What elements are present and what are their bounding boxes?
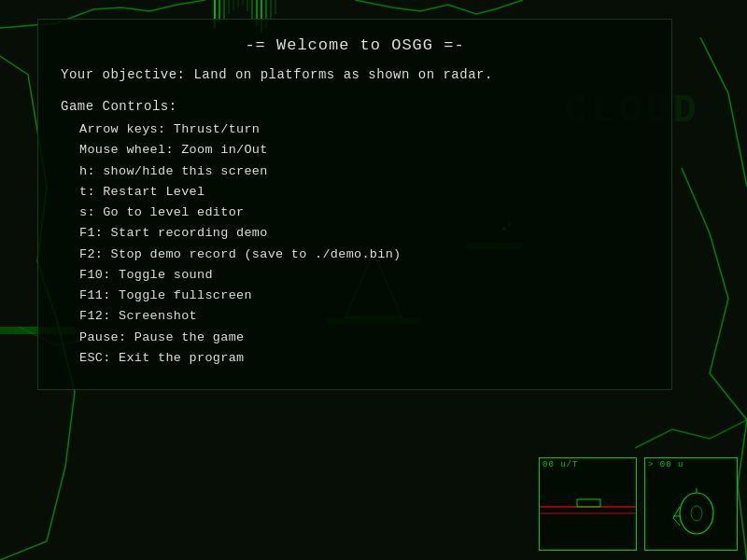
welcome-title: -= Welcome to OSGG =- [61, 36, 649, 54]
control-item: s: Go to level editor [61, 203, 649, 223]
svg-point-24 [680, 493, 713, 534]
objective-text: Your objective: Land on platforms as sho… [61, 67, 649, 82]
control-item: Mouse wheel: Zoom in/Out [61, 140, 649, 161]
control-item: F1: Start recording demo [61, 223, 649, 244]
control-item: Arrow keys: Thrust/turn [61, 119, 649, 140]
controls-header: Game Controls: [61, 99, 649, 114]
control-item: F10: Toggle sound [61, 265, 649, 286]
control-item: t: Restart Level [61, 182, 649, 203]
controls-list: Arrow keys: Thrust/turnMouse wheel: Zoom… [61, 119, 649, 369]
control-item: F2: Stop demo record (save to ./demo.bin… [61, 245, 649, 265]
control-item: h: show/hide this screen [61, 161, 649, 182]
help-overlay-panel: -= Welcome to OSGG =- Your objective: La… [37, 19, 672, 390]
hud-map-area-left [540, 471, 636, 544]
svg-point-27 [691, 506, 702, 521]
hud-right-panel: > 00 u [644, 457, 738, 551]
hud-left-panel: 00 u/T [539, 457, 637, 551]
control-item: F12: Screenshot [61, 306, 649, 327]
hud-map-area-right [645, 471, 737, 544]
svg-rect-23 [577, 499, 600, 507]
control-item: Pause: Pause the game [61, 328, 649, 348]
control-item: ESC: Exit the program [61, 348, 649, 369]
hud-bottom: 00 u/T > 00 u [539, 457, 738, 551]
control-item: F11: Toggle fullscreen [61, 286, 649, 306]
hud-right-label: > 00 u [645, 458, 737, 471]
hud-left-label: 00 u/T [540, 458, 636, 471]
